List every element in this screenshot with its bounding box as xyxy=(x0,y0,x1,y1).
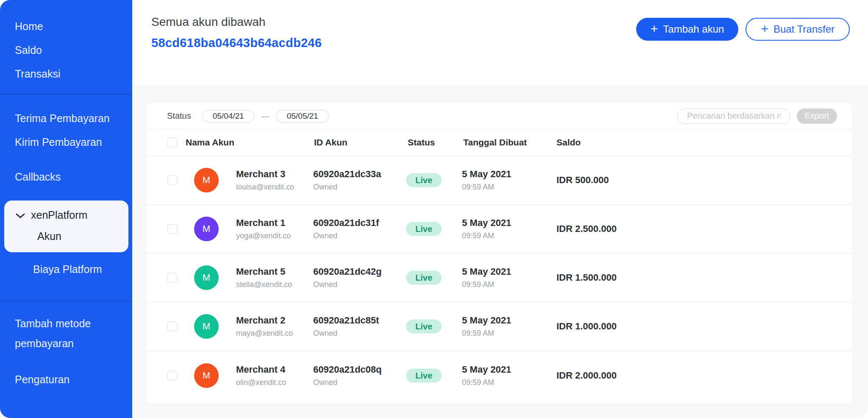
table-header: Nama Akun ID Akun Status Tanggal Dibuat … xyxy=(146,129,852,156)
accounts-card: Status 05/04/21 — 05/05/21 Export Nama A… xyxy=(146,103,852,404)
created-date: 5 May 2021 xyxy=(462,217,511,229)
date-range-separator: — xyxy=(262,111,270,121)
created-date: 5 May 2021 xyxy=(462,169,511,180)
merchant-email: louisa@xendit.co xyxy=(236,183,294,192)
merchant-name: Merchant 2 xyxy=(236,315,293,326)
date-cell: 5 May 2021 09:59 AM xyxy=(462,364,511,387)
row-checkbox[interactable] xyxy=(167,176,177,185)
header-actions: + Tambah akun + Buat Transfer xyxy=(636,18,850,41)
filter-bar: Status 05/04/21 — 05/05/21 Export xyxy=(146,103,852,129)
id-cell: 60920a21dc31f Owned xyxy=(313,217,379,240)
sidebar-item-akun[interactable]: Akun xyxy=(4,226,128,246)
sidebar-item-terima-pembayaran[interactable]: Terima Pembayaran xyxy=(0,106,132,130)
balance-value: IDR 500.000 xyxy=(556,175,609,186)
search-input[interactable] xyxy=(677,109,790,124)
id-cell: 60920a21dc42g Owned xyxy=(313,266,381,289)
sidebar-item-callbacks[interactable]: Callbacks xyxy=(0,165,132,189)
ownership-label: Owned xyxy=(313,231,379,240)
ownership-label: Owned xyxy=(313,280,381,289)
sidebar-item-tambah-metode-pembayaran[interactable]: Tambah metode pembayaran xyxy=(0,314,106,354)
ownership-label: Owned xyxy=(313,183,381,192)
status-filter-label: Status xyxy=(167,111,191,121)
table-row: M Merchant 4 olin@xendit.co 60920a21dc08… xyxy=(146,351,852,400)
name-cell: Merchant 1 yoga@xendit.co xyxy=(236,217,291,240)
table-row: M Merchant 5 stella@xendit.co 60920a21dc… xyxy=(146,254,852,302)
table-body: M Merchant 3 louisa@xendit.co 60920a21dc… xyxy=(146,156,852,400)
merchant-email: yoga@xendit.co xyxy=(236,231,291,240)
created-date: 5 May 2021 xyxy=(462,266,511,277)
plus-icon: + xyxy=(761,22,768,36)
sidebar-item-saldo[interactable]: Saldo xyxy=(0,38,132,62)
status-badge: Live xyxy=(406,222,442,236)
row-checkbox[interactable] xyxy=(167,224,177,234)
account-id-link[interactable]: 58cd618ba04643b64acdb246 xyxy=(151,36,322,50)
app-window: Home Saldo Transaksi Terima Pembayaran K… xyxy=(0,0,868,418)
select-all-checkbox[interactable] xyxy=(167,138,177,148)
sidebar: Home Saldo Transaksi Terima Pembayaran K… xyxy=(0,0,132,418)
main-area: Semua akun dibawah 58cd618ba04643b64acdb… xyxy=(132,0,868,418)
create-transfer-label: Buat Transfer xyxy=(773,23,835,35)
table-row: M Merchant 3 louisa@xendit.co 60920a21dc… xyxy=(146,156,852,205)
merchant-email: olin@xendit.co xyxy=(236,378,286,387)
add-account-label: Tambah akun xyxy=(663,23,724,35)
table-row: M Merchant 1 yoga@xendit.co 60920a21dc31… xyxy=(146,205,852,254)
created-time: 09:59 AM xyxy=(462,231,511,240)
balance-value: IDR 1.000.000 xyxy=(556,321,617,332)
sidebar-group-xenplatform: xenPlatform Akun xyxy=(4,201,128,252)
page-header: Semua akun dibawah 58cd618ba04643b64acdb… xyxy=(132,0,868,85)
balance-value: IDR 2.000.000 xyxy=(556,370,617,381)
sidebar-item-pengaturan[interactable]: Pengaturan xyxy=(0,370,132,390)
date-cell: 5 May 2021 09:59 AM xyxy=(462,315,511,338)
row-checkbox[interactable] xyxy=(167,322,177,332)
account-id-value: 60920a21dc31f xyxy=(313,217,379,229)
date-cell: 5 May 2021 09:59 AM xyxy=(462,217,511,240)
export-button[interactable]: Export xyxy=(797,109,837,124)
sidebar-item-label: xenPlatform xyxy=(31,209,87,221)
date-to-chip[interactable]: 05/05/21 xyxy=(276,110,329,123)
ownership-label: Owned xyxy=(313,329,379,338)
id-cell: 60920a21dc08q Owned xyxy=(313,364,381,387)
status-badge: Live xyxy=(406,320,442,334)
account-id-value: 60920a21dc85t xyxy=(313,315,379,326)
merchant-avatar: M xyxy=(194,168,219,192)
sidebar-item-biaya-platform[interactable]: Biaya Platform xyxy=(0,257,132,281)
status-badge: Live xyxy=(406,173,442,187)
name-cell: Merchant 3 louisa@xendit.co xyxy=(236,169,294,192)
create-transfer-button[interactable]: + Buat Transfer xyxy=(746,18,850,41)
sidebar-item-kirim-pembayaran[interactable]: Kirim Pembayaran xyxy=(0,130,132,154)
page-title: Semua akun dibawah xyxy=(151,15,265,29)
row-checkbox[interactable] xyxy=(167,273,177,283)
sidebar-divider xyxy=(0,301,132,301)
name-cell: Merchant 4 olin@xendit.co xyxy=(236,364,286,387)
created-time: 09:59 AM xyxy=(462,280,511,289)
status-badge: Live xyxy=(406,271,442,285)
date-from-chip[interactable]: 05/04/21 xyxy=(202,110,255,123)
name-cell: Merchant 5 stella@xendit.co xyxy=(236,266,292,289)
chevron-down-icon xyxy=(16,213,25,219)
row-checkbox[interactable] xyxy=(167,371,177,380)
created-time: 09:59 AM xyxy=(462,378,511,387)
merchant-avatar: M xyxy=(194,314,219,339)
column-header-status: Status xyxy=(408,137,435,148)
merchant-name: Merchant 3 xyxy=(236,169,294,180)
sidebar-item-home[interactable]: Home xyxy=(0,14,132,38)
add-account-button[interactable]: + Tambah akun xyxy=(636,18,739,41)
merchant-avatar: M xyxy=(194,363,219,388)
status-badge: Live xyxy=(406,368,442,382)
merchant-name: Merchant 5 xyxy=(236,266,292,277)
sidebar-item-xenplatform[interactable]: xenPlatform xyxy=(4,204,128,226)
account-id-value: 60920a21dc42g xyxy=(313,266,381,277)
date-cell: 5 May 2021 09:59 AM xyxy=(462,169,511,192)
content-background: Status 05/04/21 — 05/05/21 Export Nama A… xyxy=(132,85,868,418)
table-row: M Merchant 2 maya@xendit.co 60920a21dc85… xyxy=(146,302,852,351)
created-time: 09:59 AM xyxy=(462,329,511,338)
ownership-label: Owned xyxy=(313,378,381,387)
column-header-id-akun: ID Akun xyxy=(314,137,348,148)
merchant-name: Merchant 1 xyxy=(236,217,291,229)
id-cell: 60920a21dc33a Owned xyxy=(313,169,381,192)
plus-icon: + xyxy=(651,22,658,36)
name-cell: Merchant 2 maya@xendit.co xyxy=(236,315,293,338)
sidebar-item-transaksi[interactable]: Transaksi xyxy=(0,62,132,86)
balance-value: IDR 1.500.000 xyxy=(556,272,617,283)
balance-value: IDR 2.500.000 xyxy=(556,223,617,234)
